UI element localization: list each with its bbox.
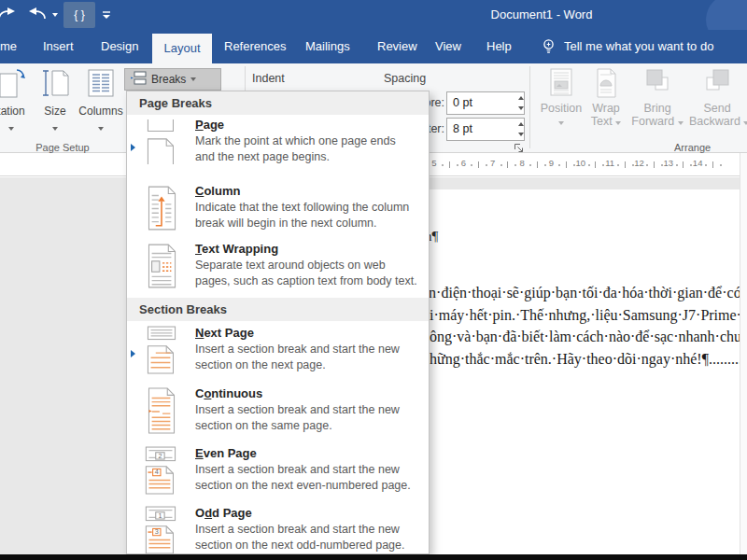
spinner-down-icon[interactable]: [518, 133, 524, 136]
bring-forward-icon: [641, 89, 673, 102]
columns-button[interactable]: Columns: [77, 67, 125, 134]
spinner-up-icon[interactable]: [518, 96, 524, 100]
customize-qat-button[interactable]: [99, 2, 114, 28]
size-button[interactable]: Size: [35, 67, 75, 134]
spinner-up-icon[interactable]: [518, 122, 524, 126]
orientation-icon: [0, 86, 30, 102]
odd-page-break-icon: 13: [140, 506, 183, 554]
tab-insert[interactable]: Insert: [43, 30, 74, 63]
send-backward-icon: [701, 89, 733, 102]
chevron-down-icon: [190, 77, 196, 81]
tab-view[interactable]: View: [435, 30, 461, 63]
tab-mailings[interactable]: Mailings: [305, 30, 350, 63]
chevron-down-icon: [615, 121, 621, 125]
tab-help[interactable]: Help: [486, 30, 512, 63]
menu-item-odd-page[interactable]: 13 Odd Page Insert a section break and s…: [127, 504, 429, 554]
word-window: { } Document1 - Word me Insert Design La…: [0, 0, 747, 560]
tab-review[interactable]: Review: [377, 30, 417, 63]
chevron-down-icon: [8, 127, 14, 131]
chevron-down-icon: [98, 127, 104, 131]
menu-item-title: Column: [195, 184, 240, 198]
continuous-break-icon: [140, 386, 183, 435]
vertical-scrollbar[interactable]: [740, 153, 747, 554]
spacing-label: Spacing: [384, 72, 426, 85]
menu-item-even-page[interactable]: 24 Even Page Insert a section break and …: [127, 444, 429, 504]
position-button[interactable]: Position: [540, 67, 583, 128]
indent-label: Indent: [252, 72, 285, 85]
braces-label: { }: [74, 8, 84, 21]
page-size-icon: [38, 86, 72, 102]
redo-icon: [0, 6, 17, 24]
redo-button[interactable]: [0, 2, 19, 28]
body-text: ên·điện·thoại·sẽ·giúp·bạn·tối·đa·hóa·thờ…: [422, 282, 740, 370]
text-line: hông·và·bạn·đã·biết·làm·cách·nào·để·sạc·…: [422, 326, 740, 348]
page-setup-group-label: Page Setup: [21, 142, 105, 153]
menu-item-title: Next Page: [195, 326, 254, 340]
text-line: những·thắc·mắc·trên.·Hãy·theo·dõi·ngay·n…: [422, 348, 740, 371]
arrange-group-label: Arrange: [674, 142, 711, 153]
menu-item-title: Continuous: [195, 386, 262, 400]
document-title: Document1 - Word: [439, 7, 644, 21]
tab-design[interactable]: Design: [101, 30, 138, 63]
undo-icon: [27, 6, 48, 24]
bottom-black-bar: [0, 554, 747, 560]
wrap-text-button[interactable]: Wrap Text: [586, 67, 626, 128]
chevron-down-icon: [52, 13, 58, 17]
menu-item-text-wrapping[interactable]: Text Wrapping Separate text around objec…: [127, 240, 429, 300]
tab-home-partial[interactable]: me: [0, 30, 17, 63]
chevron-down-icon: [52, 127, 58, 131]
menu-item-page[interactable]: Page Mark the point at which one page en…: [127, 116, 429, 175]
menu-item-column[interactable]: Column Indicate that the text following …: [127, 182, 429, 242]
chevron-down-icon: [678, 121, 684, 125]
svg-text:1: 1: [158, 511, 162, 520]
breaks-dropdown-menu: Page Breaks Page Mark the point at which…: [126, 91, 430, 554]
group-divider: [529, 66, 530, 148]
breaks-label: Breaks: [151, 73, 186, 86]
breaks-button[interactable]: Breaks: [124, 68, 221, 91]
tab-layout[interactable]: Layout: [152, 34, 212, 63]
selection-arrow-icon: [131, 144, 135, 151]
customize-qat-icon: [102, 7, 111, 23]
menu-item-title: Text Wrapping: [195, 242, 278, 256]
text-line: hi·máy·hết·pin.·Thế·nhưng,·liệu·Samsung·…: [422, 304, 740, 327]
selection-arrow-icon: [131, 350, 135, 357]
tab-references[interactable]: References: [224, 30, 286, 63]
text-line: ên·điện·thoại·sẽ·giúp·bạn·tối·đa·hóa·thờ…: [422, 282, 740, 304]
send-backward-button[interactable]: Send Backward: [689, 67, 745, 128]
svg-text:4: 4: [155, 468, 159, 476]
position-icon: [546, 89, 576, 102]
svg-text:2: 2: [158, 452, 162, 460]
bring-forward-button[interactable]: Bring Forward: [631, 67, 684, 128]
lightbulb-icon: [542, 38, 556, 59]
spacing-after-input[interactable]: 8 pt: [446, 118, 525, 141]
column-break-icon: [140, 184, 183, 232]
menu-item-next-page[interactable]: Next Page Insert a section break and sta…: [127, 324, 429, 384]
undo-button[interactable]: [26, 2, 49, 28]
columns-icon: [84, 86, 118, 102]
next-page-break-icon: [140, 326, 183, 374]
menu-item-continuous[interactable]: Continuous Insert a section break and st…: [127, 385, 429, 444]
ribbon-tab-row: me Insert Design Layout References Maili…: [0, 30, 747, 63]
braces-qat-button[interactable]: { }: [63, 2, 95, 28]
orientation-button[interactable]: tation: [0, 67, 37, 134]
text-wrapping-break-icon: [140, 242, 183, 290]
page-breaks-header: Page Breaks: [127, 91, 429, 115]
section-breaks-header: Section Breaks: [127, 298, 429, 321]
breaks-icon: [131, 71, 147, 88]
even-page-break-icon: 24: [140, 446, 183, 495]
menu-item-title: Odd Page: [195, 506, 252, 520]
spinner-down-icon[interactable]: [518, 106, 524, 110]
wrap-text-icon: [591, 89, 621, 102]
svg-text:3: 3: [155, 527, 159, 536]
page-break-icon: [140, 118, 183, 166]
spacing-before-input[interactable]: 0 pt: [446, 91, 525, 115]
menu-item-title: Even Page: [195, 446, 257, 460]
chevron-down-icon: [558, 121, 564, 125]
tell-me-box[interactable]: Tell me what you want to do: [564, 30, 713, 63]
chevron-down-icon: [743, 121, 747, 125]
undo-dropdown-arrow[interactable]: [49, 2, 61, 28]
title-bar: { } Document1 - Word: [0, 0, 747, 30]
menu-item-title: Page: [195, 118, 224, 132]
